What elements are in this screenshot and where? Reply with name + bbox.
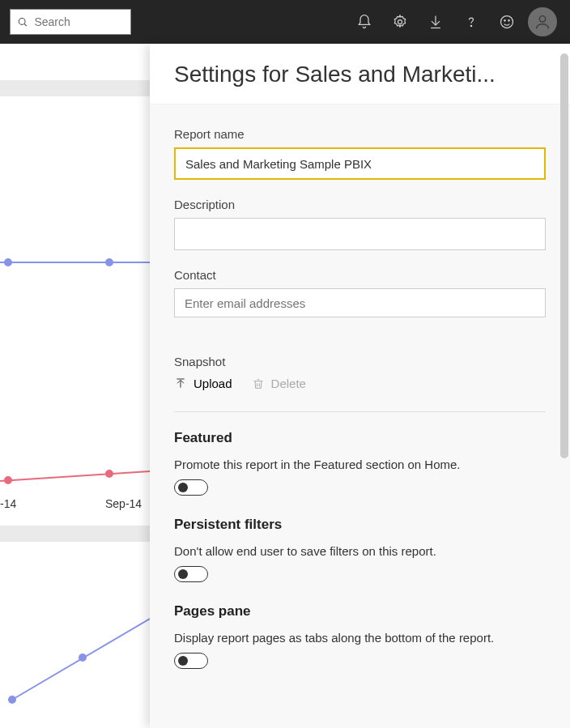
download-icon — [428, 14, 444, 30]
search-input[interactable] — [34, 15, 124, 28]
settings-button[interactable] — [382, 4, 418, 40]
person-icon — [534, 13, 551, 31]
account-button[interactable] — [528, 7, 557, 36]
chart-line-blue — [0, 254, 150, 270]
featured-desc: Promote this report in the Featured sect… — [174, 456, 546, 473]
svg-point-13 — [105, 470, 113, 478]
bell-icon — [356, 14, 372, 30]
delete-label: Delete — [271, 377, 306, 390]
help-button[interactable] — [453, 4, 489, 40]
svg-line-11 — [0, 471, 150, 481]
trash-icon — [252, 377, 265, 390]
svg-point-12 — [4, 476, 12, 484]
background-report: -14 Sep-14 — [0, 44, 150, 728]
pagespane-desc: Display report pages as tabs along the b… — [174, 629, 546, 646]
notifications-button[interactable] — [347, 4, 382, 40]
snapshot-label: Snapshot — [174, 355, 546, 368]
persistent-toggle[interactable] — [174, 566, 208, 582]
feedback-button[interactable] — [489, 4, 525, 40]
description-input[interactable] — [174, 218, 546, 250]
upload-icon — [174, 377, 187, 390]
persistent-desc: Don't allow end user to save filters on … — [174, 543, 546, 560]
search-box[interactable] — [10, 9, 131, 35]
smiley-icon — [499, 14, 515, 30]
gear-icon — [392, 14, 408, 30]
chart-line-blue-2 — [0, 611, 150, 716]
pagespane-toggle[interactable] — [174, 653, 208, 669]
contact-input[interactable] — [174, 288, 546, 317]
report-name-input[interactable] — [174, 147, 546, 180]
svg-point-15 — [8, 696, 16, 704]
svg-point-3 — [470, 25, 471, 26]
svg-point-10 — [105, 258, 113, 266]
svg-point-16 — [79, 653, 87, 662]
topbar — [0, 0, 570, 44]
svg-point-7 — [539, 16, 545, 22]
divider — [174, 411, 546, 412]
axis-tick-label: -14 — [0, 497, 16, 510]
search-icon — [17, 15, 28, 28]
panel-title: Settings for Sales and Marketi... — [174, 62, 546, 87]
panel-header: Settings for Sales and Marketi... — [150, 44, 570, 104]
svg-line-1 — [24, 24, 27, 27]
svg-point-4 — [501, 16, 513, 28]
scrollbar[interactable] — [560, 104, 568, 458]
topbar-actions — [347, 4, 564, 40]
featured-title: Featured — [174, 430, 546, 446]
snapshot-actions: Upload Delete — [174, 377, 546, 405]
panel-body: Report name Description Contact Snapshot… — [150, 104, 570, 728]
svg-point-6 — [508, 20, 509, 21]
settings-panel: Settings for Sales and Marketi... Report… — [150, 44, 570, 728]
snapshot-upload-button[interactable]: Upload — [174, 377, 232, 390]
svg-point-5 — [504, 20, 505, 21]
persistent-title: Persistent filters — [174, 517, 546, 533]
upload-label: Upload — [194, 377, 232, 390]
snapshot-delete-button[interactable]: Delete — [252, 377, 306, 390]
featured-toggle[interactable] — [174, 479, 208, 496]
download-button[interactable] — [418, 4, 453, 40]
pagespane-title: Pages pane — [174, 603, 546, 619]
svg-point-9 — [4, 258, 12, 266]
contact-label: Contact — [174, 268, 546, 282]
report-name-label: Report name — [174, 127, 546, 141]
axis-tick-label: Sep-14 — [105, 497, 142, 510]
question-icon — [463, 14, 479, 30]
description-label: Description — [174, 198, 546, 211]
svg-point-2 — [398, 20, 402, 24]
svg-point-0 — [19, 19, 25, 25]
chart-line-red — [0, 465, 150, 489]
